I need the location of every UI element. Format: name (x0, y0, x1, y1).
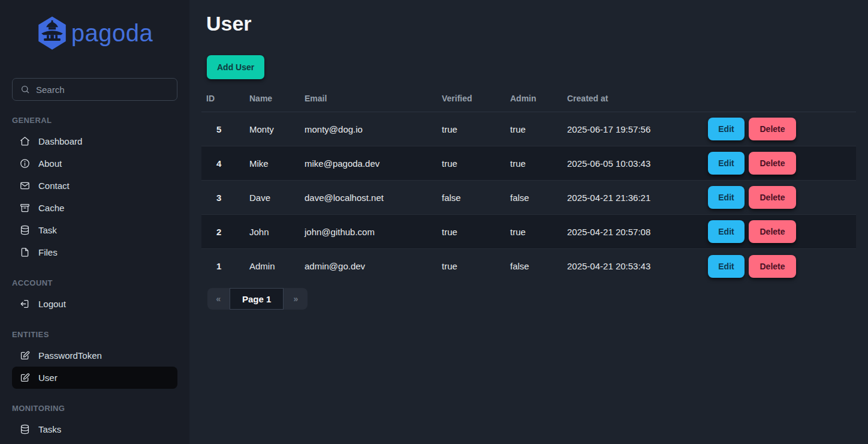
cell-name: Dave (245, 193, 300, 203)
sidebar-item-files[interactable]: Files (12, 241, 177, 263)
sidebar-item-passwordtoken[interactable]: PasswordToken (12, 344, 177, 367)
user-table: ID Name Email Verified Admin Created at … (201, 85, 856, 283)
edit-button[interactable]: Edit (708, 152, 745, 175)
section-heading-monitoring: MONITORING (12, 404, 177, 413)
section-heading-general: GENERAL (12, 116, 177, 125)
sidebar-item-task[interactable]: Task (12, 219, 177, 241)
cell-id: 5 (201, 124, 245, 134)
cell-verified: true (437, 158, 505, 169)
pagination-prev-button[interactable]: « (207, 288, 230, 310)
pagoda-logo[interactable]: pagoda (10, 13, 180, 53)
cell-admin: true (505, 158, 562, 169)
cell-email: mike@pagoda.dev (300, 158, 437, 169)
column-header-admin: Admin (505, 94, 562, 103)
table-row: 5 Monty monty@dog.io true true 2025-06-1… (201, 112, 856, 146)
cell-email: admin@go.dev (300, 261, 437, 271)
sidebar-item-label: Cache (38, 203, 64, 213)
pagination: « Page 1 » (207, 288, 308, 310)
cell-admin: false (505, 193, 562, 203)
search-icon (20, 84, 31, 95)
search-input[interactable] (36, 85, 170, 95)
sidebar-item-about[interactable]: About (12, 152, 177, 175)
cell-actions: Edit Delete (703, 152, 856, 175)
cell-created-at: 2025-04-21 20:57:08 (562, 227, 703, 237)
pagination-current-page[interactable]: Page 1 (230, 288, 284, 310)
edit-button[interactable]: Edit (708, 255, 745, 278)
table-row: 3 Dave dave@localhost.net false false 20… (201, 181, 856, 215)
table-row: 1 Admin admin@go.dev true false 2025-04-… (201, 249, 856, 283)
sidebar-item-label: Logout (38, 299, 66, 309)
database-icon (19, 224, 31, 236)
sidebar-item-dashboard[interactable]: Dashboard (12, 130, 177, 152)
sidebar-item-label: About (38, 158, 62, 169)
add-user-button[interactable]: Add User (207, 55, 264, 79)
cell-created-at: 2025-04-21 20:53:43 (562, 261, 703, 271)
database-icon (19, 424, 31, 435)
cell-id: 3 (201, 193, 245, 203)
page-title: User (206, 12, 856, 35)
cell-name: Admin (245, 261, 300, 271)
cell-id: 1 (201, 261, 245, 271)
mail-icon (19, 180, 31, 191)
table-header-row: ID Name Email Verified Admin Created at (201, 85, 856, 112)
archive-icon (19, 202, 31, 214)
cell-id: 2 (201, 227, 245, 237)
cell-name: Mike (245, 158, 300, 169)
pencil-square-icon (19, 372, 31, 383)
column-header-created-at: Created at (562, 94, 703, 103)
delete-button[interactable]: Delete (749, 118, 796, 140)
cell-actions: Edit Delete (703, 220, 856, 243)
sidebar-item-label: Task (38, 225, 57, 235)
sidebar: pagoda GENERAL Dashboard About (0, 0, 189, 444)
logo-text: pagoda (71, 21, 153, 45)
main-content: User Add User ID Name Email Verified Adm… (189, 0, 868, 444)
section-heading-account: ACCOUNT (12, 278, 177, 287)
sidebar-item-user[interactable]: User (12, 367, 177, 389)
cell-actions: Edit Delete (703, 186, 856, 209)
column-header-verified: Verified (437, 94, 505, 103)
cell-email: john@github.com (300, 227, 437, 237)
edit-button[interactable]: Edit (708, 186, 745, 209)
search-box (12, 78, 177, 101)
cell-created-at: 2025-06-05 10:03:43 (562, 158, 703, 169)
sidebar-item-cache[interactable]: Cache (12, 197, 177, 219)
cell-actions: Edit Delete (703, 118, 856, 140)
sidebar-item-label: Contact (38, 181, 70, 191)
sidebar-item-tasks[interactable]: Tasks (12, 418, 177, 440)
sidebar-item-logout[interactable]: Logout (12, 293, 177, 315)
column-header-id: ID (201, 94, 245, 103)
table-row: 4 Mike mike@pagoda.dev true true 2025-06… (201, 146, 856, 181)
cell-name: John (245, 227, 300, 237)
home-icon (19, 136, 31, 147)
edit-button[interactable]: Edit (708, 118, 745, 140)
cell-email: monty@dog.io (300, 124, 437, 134)
sidebar-item-label: PasswordToken (38, 350, 102, 361)
column-header-name: Name (245, 94, 300, 103)
pencil-square-icon (19, 350, 31, 361)
cell-created-at: 2025-04-21 21:36:21 (562, 193, 703, 203)
cell-admin: true (505, 227, 562, 237)
logout-icon (19, 298, 31, 310)
cell-verified: true (437, 227, 505, 237)
table-row: 2 John john@github.com true true 2025-04… (201, 215, 856, 249)
cell-created-at: 2025-06-17 19:57:56 (562, 124, 703, 134)
sidebar-item-label: User (38, 373, 58, 383)
cell-verified: true (437, 261, 505, 271)
pagination-next-button[interactable]: » (284, 288, 308, 310)
cell-verified: true (437, 124, 505, 134)
cell-name: Monty (245, 124, 300, 134)
section-heading-entities: ENTITIES (12, 330, 177, 339)
column-header-email: Email (300, 94, 437, 103)
delete-button[interactable]: Delete (749, 220, 796, 243)
delete-button[interactable]: Delete (749, 152, 796, 175)
cell-admin: true (505, 124, 562, 134)
app-window: pagoda GENERAL Dashboard About (0, 0, 868, 444)
edit-button[interactable]: Edit (708, 220, 745, 243)
delete-button[interactable]: Delete (749, 255, 796, 278)
cell-actions: Edit Delete (703, 255, 856, 278)
delete-button[interactable]: Delete (749, 186, 796, 209)
sidebar-item-label: Dashboard (38, 136, 82, 146)
sidebar-item-contact[interactable]: Contact (12, 175, 177, 197)
cell-verified: false (437, 193, 505, 203)
info-icon (19, 158, 31, 169)
